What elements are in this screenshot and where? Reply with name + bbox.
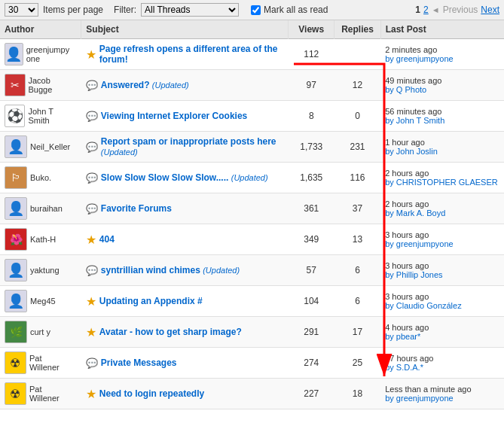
author-name: yaktung — [30, 266, 60, 275]
subject-link[interactable]: Favorite Forums — [101, 203, 172, 214]
table-row: 👤 Neil_Keller 💬 Report spam or inappropr… — [0, 132, 504, 163]
table-row: 👤 buraihan 💬 Favorite Forums 361 37 2 ho… — [0, 193, 504, 224]
replies-cell: 6 — [334, 286, 380, 317]
items-per-page-select[interactable]: 30 50 100 — [5, 3, 38, 17]
subject-cell: 💬 Favorite Forums — [81, 193, 289, 224]
subject-link[interactable]: 404 — [99, 234, 115, 245]
subject-text: 404 — [99, 234, 115, 245]
author-cell: 👤 buraihan — [0, 193, 81, 224]
subject-link[interactable]: Avatar - how to get sharp image? — [99, 327, 242, 337]
subject-cell: 💬 Viewing Internet Explorer Cookies — [81, 101, 289, 132]
subject-link[interactable]: Slow Slow Slow Slow Slow..... — [101, 172, 229, 183]
chat-icon: 💬 — [86, 80, 98, 91]
author-cell: 👤 Meg45 — [0, 286, 81, 317]
subject-link[interactable]: Private Messages — [101, 358, 177, 368]
views-cell: 1,733 — [289, 132, 334, 163]
author-cell: 👤 Neil_Keller — [0, 132, 81, 163]
replies-cell: 37 — [334, 193, 380, 224]
lastpost-cell: 1 hour agoby John Joslin — [380, 132, 504, 163]
chat-icon: 💬 — [86, 141, 98, 153]
subject-text: Need to login repeatedly — [99, 388, 204, 399]
author-name: curt y — [30, 327, 50, 336]
subject-cell: 💬 Report spam or inappropriate posts her… — [81, 132, 289, 163]
filter-select[interactable]: All Threads Open Threads Answered Unansw… — [141, 3, 239, 17]
author-name: Meg45 — [30, 297, 56, 306]
lastpost-cell: 3 hours agoby Claudio González — [380, 286, 504, 317]
lastpost-cell: 49 minutes agoby Q Photo — [380, 70, 504, 101]
subject-link[interactable]: Viewing Internet Explorer Cookies — [101, 111, 248, 121]
replies-cell: 12 — [334, 70, 380, 101]
toolbar: 30 50 100 Items per page Filter: All Thr… — [0, 0, 504, 20]
subject-cell: 💬 Private Messages — [81, 348, 289, 379]
views-cell: 8 — [289, 101, 334, 132]
updated-tag: (Updated) — [152, 81, 189, 90]
subject-link[interactable]: Answered? — [101, 80, 150, 90]
subject-text: Private Messages — [101, 358, 177, 368]
col-lastpost: Last Post — [380, 20, 504, 39]
views-cell: 227 — [289, 379, 334, 409]
lastpost-cell: 56 minutes agoby John T Smith — [380, 101, 504, 132]
author-name: Kath-H — [30, 235, 56, 244]
table-row: 👤 yaktung 💬 syntrillian wind chimes (Upd… — [0, 255, 504, 286]
chat-icon: 💬 — [86, 358, 98, 369]
lastpost-cell: 3 hours agoby Phillip Jones — [380, 255, 504, 286]
subject-text: Answered? (Updated) — [101, 80, 189, 90]
views-cell: 349 — [289, 224, 334, 255]
author-name: John T Smith — [28, 107, 72, 125]
lastpost-cell: 3 hours agoby greenjumpyone — [380, 224, 504, 255]
replies-cell: 17 — [334, 317, 380, 348]
subject-link[interactable]: syntrillian wind chimes — [101, 265, 200, 275]
replies-cell: 25 — [334, 348, 380, 379]
author-name: Neil_Keller — [30, 142, 70, 151]
updated-tag: (Updated) — [231, 173, 268, 182]
chat-icon: 💬 — [86, 172, 98, 184]
table-row: ☢ Pat Willener ★ Need to login repeatedl… — [0, 379, 504, 409]
lastpost-cell: 2 hours agoby CHRISTOPHER GLAESER — [380, 163, 504, 193]
table-row: ☢ Pat Willener 💬 Private Messages 274 25… — [0, 348, 504, 379]
col-views: Views — [289, 20, 334, 39]
lastpost-cell: 4 hours agoby pbear* — [380, 317, 504, 348]
subject-link[interactable]: Report spam or inappropriate posts here — [101, 136, 276, 147]
author-name: buraihan — [30, 204, 63, 213]
mark-all-checkbox[interactable] — [251, 5, 261, 15]
subject-cell: 💬 syntrillian wind chimes (Updated) — [81, 255, 289, 286]
author-cell: ⚽ John T Smith — [0, 101, 81, 132]
subject-link[interactable]: Need to login repeatedly — [99, 388, 204, 399]
replies-cell: 13 — [334, 224, 380, 255]
chat-icon: 💬 — [86, 265, 98, 276]
subject-text: Avatar - how to get sharp image? — [99, 327, 242, 337]
replies-cell: 18 — [334, 379, 380, 409]
subject-link[interactable]: Page refresh opens a different area of t… — [99, 44, 278, 65]
subject-text: Slow Slow Slow Slow Slow..... (Updated) — [101, 172, 268, 183]
replies-cell: 231 — [334, 132, 380, 163]
author-name: Buko. — [30, 173, 51, 182]
page-2[interactable]: 2 — [423, 5, 429, 15]
lastpost-cell: 2 minutes agoby greenjumpyone — [380, 39, 504, 70]
author-name: Pat Willener — [29, 354, 72, 372]
subject-cell: 💬 Slow Slow Slow Slow Slow..... (Updated… — [81, 163, 289, 193]
replies-cell — [334, 39, 380, 70]
subject-text: syntrillian wind chimes (Updated) — [101, 265, 240, 275]
views-cell: 1,635 — [289, 163, 334, 193]
lastpost-cell: 2 hours agoby Mark A. Boyd — [380, 193, 504, 224]
author-name: greenjumpyone — [26, 45, 72, 63]
page-1[interactable]: 1 — [415, 5, 420, 15]
author-name: Jacob Bugge — [29, 76, 73, 94]
updated-tag: (Updated) — [203, 266, 240, 275]
author-cell: 🌺 Kath-H — [0, 224, 81, 255]
table-row: 🏳 Buko. 💬 Slow Slow Slow Slow Slow..... … — [0, 163, 504, 193]
star-icon: ★ — [86, 47, 96, 62]
subject-text: Updating an Appendix # — [99, 296, 203, 306]
author-cell: 🌿 curt y — [0, 317, 81, 348]
updated-tag: (Updated) — [101, 148, 138, 157]
subject-link[interactable]: Updating an Appendix # — [99, 296, 203, 306]
col-author: Author — [0, 20, 81, 39]
subject-text: Viewing Internet Explorer Cookies — [101, 111, 248, 121]
prev-page-button[interactable]: Previous — [443, 5, 478, 15]
subject-text: Report spam or inappropriate posts here … — [101, 136, 284, 157]
mark-all-wrapper: Mark all as read — [251, 5, 328, 15]
author-cell: ☢ Pat Willener — [0, 348, 81, 379]
next-page-button[interactable]: Next — [481, 5, 499, 15]
author-name: Pat Willener — [29, 385, 72, 403]
col-replies: Replies — [334, 20, 380, 39]
